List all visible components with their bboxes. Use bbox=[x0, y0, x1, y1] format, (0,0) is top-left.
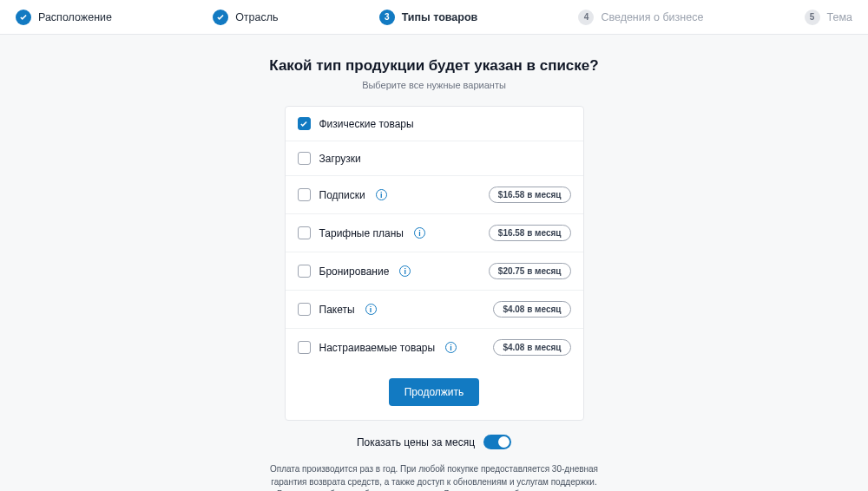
checkbox[interactable] bbox=[298, 341, 311, 354]
option-label: Настраиваемые товары bbox=[319, 342, 436, 354]
option-row-left: Физические товары bbox=[298, 117, 414, 130]
checkbox[interactable] bbox=[298, 152, 311, 165]
option-row[interactable]: Настраиваемые товарыi$4.08 в месяц bbox=[286, 329, 583, 366]
checkbox[interactable] bbox=[298, 265, 311, 278]
step-number: 5 bbox=[805, 10, 820, 25]
option-row-left: Бронированиеi bbox=[298, 265, 411, 278]
info-icon[interactable]: i bbox=[414, 227, 425, 239]
page-subtitle: Выберите все нужные варианты bbox=[0, 80, 868, 90]
price-toggle-row: Показать цены за месяц bbox=[0, 435, 868, 449]
fine-print: Оплата производится раз в год. При любой… bbox=[260, 463, 608, 491]
price-pill: $4.08 в месяц bbox=[493, 339, 570, 356]
price-pill: $20.75 в месяц bbox=[489, 263, 571, 279]
checkbox[interactable] bbox=[298, 303, 311, 316]
option-label: Загрузки bbox=[319, 153, 361, 165]
options-card: Физические товарыЗагрузкиПодпискиi$16.58… bbox=[285, 106, 584, 421]
option-row[interactable]: Пакетыi$4.08 в месяц bbox=[286, 291, 583, 329]
price-pill: $16.58 в месяц bbox=[489, 187, 571, 203]
option-row-left: Настраиваемые товарыi bbox=[298, 341, 457, 354]
step-number: 4 bbox=[578, 10, 594, 25]
option-row[interactable]: Подпискиi$16.58 в месяц bbox=[286, 176, 583, 214]
option-row[interactable]: Загрузки bbox=[286, 141, 583, 176]
price-pill: $4.08 в месяц bbox=[493, 301, 570, 318]
step-label: Расположение bbox=[38, 11, 112, 23]
page-title: Какой тип продукции будет указан в списк… bbox=[0, 57, 868, 75]
check-icon bbox=[213, 10, 228, 25]
option-label: Бронирование bbox=[319, 265, 390, 278]
checkbox[interactable] bbox=[298, 188, 311, 201]
option-row-left: Тарифные планыi bbox=[298, 226, 425, 239]
step-product-types[interactable]: 3 Типы товаров bbox=[379, 10, 478, 25]
step-theme[interactable]: 5 Тема bbox=[805, 10, 852, 25]
option-row-left: Подпискиi bbox=[298, 188, 387, 201]
step-label: Тема bbox=[827, 11, 852, 23]
step-business-info[interactable]: 4 Сведения о бизнесе bbox=[578, 10, 703, 25]
checkbox[interactable] bbox=[298, 226, 311, 239]
checkbox[interactable] bbox=[298, 117, 311, 130]
option-row-left: Загрузки bbox=[298, 152, 361, 165]
option-row[interactable]: Физические товары bbox=[286, 107, 583, 141]
step-industry[interactable]: Отрасль bbox=[213, 10, 278, 25]
step-label: Типы товаров bbox=[402, 11, 478, 23]
option-row-left: Пакетыi bbox=[298, 303, 377, 316]
option-row[interactable]: Бронированиеi$20.75 в месяц bbox=[286, 252, 583, 291]
option-label: Подписки bbox=[319, 189, 365, 201]
step-label: Отрасль bbox=[235, 11, 278, 23]
main-content: Какой тип продукции будет указан в списк… bbox=[0, 35, 868, 491]
step-number: 3 bbox=[379, 10, 395, 25]
stepper: Расположение Отрасль 3 Типы товаров 4 Св… bbox=[0, 0, 868, 35]
option-label: Физические товары bbox=[319, 118, 414, 130]
toggle-label: Показать цены за месяц bbox=[357, 436, 475, 448]
info-icon[interactable]: i bbox=[365, 304, 377, 315]
step-location[interactable]: Расположение bbox=[16, 10, 112, 25]
info-icon[interactable]: i bbox=[445, 342, 457, 353]
info-icon[interactable]: i bbox=[376, 189, 387, 200]
option-label: Тарифные планы bbox=[319, 227, 404, 239]
info-icon[interactable]: i bbox=[399, 265, 411, 277]
option-row[interactable]: Тарифные планыi$16.58 в месяц bbox=[286, 214, 583, 252]
step-label: Сведения о бизнесе bbox=[601, 11, 703, 23]
option-label: Пакеты bbox=[319, 304, 355, 316]
continue-wrap: Продолжить bbox=[286, 366, 583, 420]
check-icon bbox=[16, 10, 31, 25]
price-pill: $16.58 в месяц bbox=[489, 225, 571, 241]
continue-button[interactable]: Продолжить bbox=[389, 378, 480, 406]
monthly-price-toggle[interactable] bbox=[483, 435, 511, 449]
